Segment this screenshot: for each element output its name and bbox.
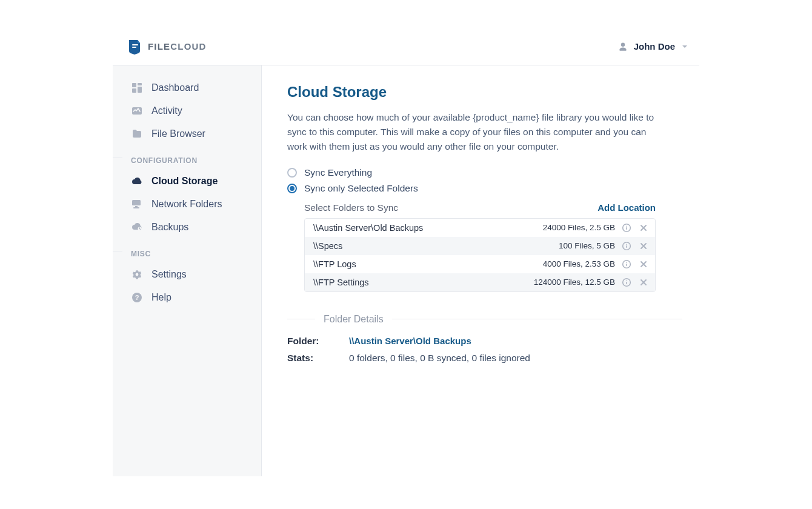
table-row[interactable]: \\FTP Logs4000 Files, 2.53 GB bbox=[305, 255, 655, 273]
svg-rect-1 bbox=[132, 47, 136, 48]
folders-panel: Select Folders to Sync Add Location \\Au… bbox=[304, 202, 656, 292]
svg-rect-14 bbox=[626, 227, 627, 230]
sidebar-item-settings[interactable]: Settings bbox=[113, 263, 255, 286]
help-icon: ? bbox=[131, 291, 143, 304]
row-meta: 100 Files, 5 GB bbox=[559, 241, 615, 250]
svg-rect-3 bbox=[138, 83, 142, 85]
row-path: \\FTP Logs bbox=[313, 259, 537, 269]
row-meta: 24000 Files, 2.5 GB bbox=[543, 223, 615, 232]
user-icon bbox=[618, 42, 628, 52]
row-actions bbox=[621, 241, 649, 251]
close-icon[interactable] bbox=[638, 277, 649, 288]
brand-text-strong: FILE bbox=[148, 41, 170, 52]
info-icon[interactable] bbox=[621, 241, 632, 251]
settings-icon bbox=[131, 268, 143, 281]
svg-rect-5 bbox=[132, 88, 136, 93]
nav: DashboardActivityFile BrowserCONFIGURATI… bbox=[113, 76, 255, 309]
table-row[interactable]: \\Austin Server\Old Backups24000 Files, … bbox=[305, 219, 655, 237]
brand-logo-icon bbox=[128, 39, 142, 55]
info-icon[interactable] bbox=[621, 277, 632, 288]
sidebar-item-help[interactable]: ?Help bbox=[113, 286, 255, 309]
row-actions bbox=[621, 222, 649, 233]
row-meta: 124000 Files, 12.5 GB bbox=[534, 278, 615, 287]
svg-rect-23 bbox=[626, 282, 627, 284]
divider-left bbox=[287, 319, 315, 319]
brand-text: FILECLOUD bbox=[148, 41, 207, 52]
svg-rect-24 bbox=[626, 280, 627, 281]
sidebar-item-dashboard[interactable]: Dashboard bbox=[113, 76, 255, 99]
kv-stats-value: 0 folders, 0 files, 0 B synced, 0 files … bbox=[349, 353, 682, 364]
topbar: FILECLOUD John Doe bbox=[113, 28, 699, 65]
sidebar-section-title: MISC bbox=[113, 239, 255, 263]
radio-sync-selected[interactable]: Sync only Selected Folders bbox=[287, 183, 682, 194]
row-meta: 4000 Files, 2.53 GB bbox=[543, 259, 615, 268]
sidebar-item-label: Cloud Storage bbox=[151, 176, 218, 187]
sidebar-item-file-browser[interactable]: File Browser bbox=[113, 122, 255, 145]
panel-title: Select Folders to Sync bbox=[304, 202, 398, 213]
svg-rect-9 bbox=[133, 207, 139, 208]
dashboard-icon bbox=[131, 82, 143, 94]
svg-text:?: ? bbox=[135, 294, 139, 301]
chevron-down-icon bbox=[681, 43, 688, 50]
sidebar-section-title: CONFIGURATION bbox=[113, 145, 255, 170]
svg-rect-8 bbox=[135, 206, 138, 207]
close-icon[interactable] bbox=[638, 241, 649, 251]
svg-rect-20 bbox=[626, 264, 627, 266]
kv-stats-label: Stats: bbox=[287, 353, 334, 364]
content: Cloud Storage You can choose how much of… bbox=[262, 65, 699, 476]
brand: FILECLOUD bbox=[128, 39, 207, 55]
details-heading-wrap: Folder Details bbox=[287, 314, 682, 325]
info-icon[interactable] bbox=[621, 259, 632, 270]
table-row[interactable]: \\FTP Settings124000 Files, 12.5 GB bbox=[305, 273, 655, 291]
sidebar-item-cloud-storage[interactable]: Cloud Storage bbox=[113, 170, 255, 193]
sidebar-item-label: Help bbox=[151, 292, 171, 303]
svg-rect-21 bbox=[626, 262, 627, 263]
page-lead: You can choose how much of your availabl… bbox=[287, 110, 663, 154]
cloud-storage-icon bbox=[131, 175, 143, 187]
activity-icon bbox=[131, 105, 143, 117]
svg-rect-2 bbox=[132, 83, 136, 87]
folder-details: Folder Details Folder: \\Austin Server\O… bbox=[287, 314, 682, 364]
kv-folder-value[interactable]: \\Austin Server\Old Backups bbox=[349, 336, 682, 347]
sidebar: DashboardActivityFile BrowserCONFIGURATI… bbox=[113, 65, 262, 476]
close-icon[interactable] bbox=[638, 222, 649, 233]
row-actions bbox=[621, 277, 649, 288]
row-path: \\Specs bbox=[313, 241, 553, 251]
brand-text-light: CLOUD bbox=[170, 41, 206, 52]
file-browser-icon bbox=[131, 128, 143, 140]
folders-table: \\Austin Server\Old Backups24000 Files, … bbox=[304, 218, 656, 292]
close-icon[interactable] bbox=[638, 259, 649, 270]
add-location-link[interactable]: Add Location bbox=[597, 202, 656, 213]
sidebar-item-network-folders[interactable]: Network Folders bbox=[113, 193, 255, 216]
network-folders-icon bbox=[131, 198, 143, 210]
sidebar-item-label: Activity bbox=[151, 105, 182, 116]
app-window: FILECLOUD John Doe DashboardActivityFile… bbox=[113, 28, 699, 476]
user-menu[interactable]: John Doe bbox=[618, 41, 688, 52]
row-path: \\FTP Settings bbox=[313, 278, 528, 287]
radio-dot bbox=[287, 168, 297, 178]
page-title: Cloud Storage bbox=[287, 84, 682, 101]
sync-radio-group: Sync Everything Sync only Selected Folde… bbox=[287, 167, 682, 194]
sidebar-item-label: File Browser bbox=[151, 128, 205, 139]
svg-rect-18 bbox=[626, 244, 627, 245]
row-actions bbox=[621, 259, 649, 270]
sidebar-item-backups[interactable]: Backups bbox=[113, 216, 255, 239]
radio-dot bbox=[287, 184, 297, 193]
sidebar-item-activity[interactable]: Activity bbox=[113, 99, 255, 122]
svg-rect-0 bbox=[132, 44, 138, 45]
details-kv: Folder: \\Austin Server\Old Backups Stat… bbox=[287, 336, 682, 364]
radio-label: Sync Everything bbox=[304, 167, 372, 178]
svg-rect-17 bbox=[626, 245, 627, 248]
radio-label: Sync only Selected Folders bbox=[304, 183, 418, 194]
table-row[interactable]: \\Specs100 Files, 5 GB bbox=[305, 237, 655, 255]
svg-rect-15 bbox=[626, 225, 627, 227]
kv-folder-label: Folder: bbox=[287, 336, 334, 347]
details-heading: Folder Details bbox=[324, 314, 384, 325]
svg-rect-4 bbox=[138, 87, 142, 93]
sidebar-item-label: Dashboard bbox=[151, 82, 199, 93]
info-icon[interactable] bbox=[621, 222, 632, 233]
user-name: John Doe bbox=[634, 41, 675, 52]
panel-head: Select Folders to Sync Add Location bbox=[304, 202, 656, 213]
svg-rect-7 bbox=[132, 200, 141, 205]
radio-sync-everything[interactable]: Sync Everything bbox=[287, 167, 682, 178]
